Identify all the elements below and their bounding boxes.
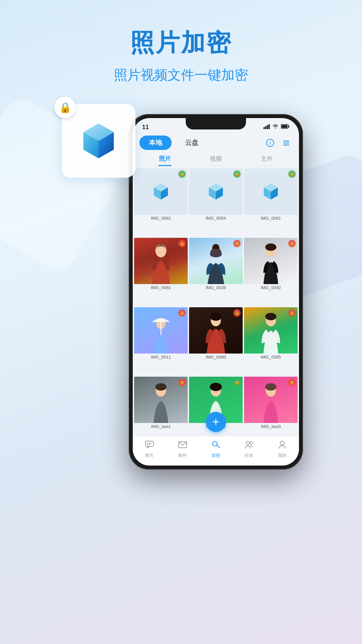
svg-point-35 xyxy=(155,383,166,390)
floating-card: 🔒 xyxy=(62,104,135,178)
key-icon xyxy=(211,440,221,451)
lock-badge: 🔒 xyxy=(54,97,76,118)
mail-icon xyxy=(178,440,187,451)
svg-point-31 xyxy=(210,312,222,321)
lock-overlay-7: 🔓 xyxy=(178,309,186,317)
photo-item-4[interactable]: 🔓 IMG_0081 xyxy=(134,238,188,291)
lock-overlay-6: 🔓 xyxy=(288,240,296,247)
svg-rect-40 xyxy=(145,441,154,446)
info-icon-btn[interactable]: ! xyxy=(264,137,276,149)
nav-item-chat[interactable]: 聊天 xyxy=(145,440,154,459)
svg-point-48 xyxy=(280,441,284,445)
photo-label-1: IMG_0081 xyxy=(134,215,188,222)
photo-item-2[interactable]: 🔒 IMG_0054 xyxy=(189,168,243,222)
svg-rect-42 xyxy=(149,443,152,443)
svg-point-39 xyxy=(265,383,276,390)
photo-label-8: IMG_0060 xyxy=(189,354,243,361)
notch xyxy=(186,118,246,129)
photo-label-6: IMG_0092 xyxy=(244,284,298,291)
svg-point-37 xyxy=(210,383,222,391)
lock-overlay-10: 🔓 xyxy=(178,379,186,386)
svg-rect-6 xyxy=(268,124,270,129)
photo-item-5[interactable]: 🔓 IMG_0039 xyxy=(189,238,243,291)
lock-overlay-4: 🔓 xyxy=(178,240,186,247)
lock-overlay-8: 🔓 xyxy=(233,309,241,317)
sub-tab-photos[interactable]: 照片 xyxy=(152,153,178,166)
phone-screen: 11 xyxy=(133,118,299,466)
svg-rect-8 xyxy=(288,125,289,127)
phone-wrapper: 🔒 xyxy=(129,114,303,470)
svg-rect-3 xyxy=(263,127,265,129)
photo-label-5: IMG_0039 xyxy=(189,284,243,291)
cube-icon-large xyxy=(77,119,120,163)
photo-item-12[interactable]: 🔓 IMG_last3 xyxy=(244,377,298,430)
tab-icons: ! xyxy=(264,137,292,149)
lock-overlay-3: 🔒 xyxy=(288,170,296,178)
profile-icon xyxy=(278,440,287,451)
photo-label-7: IMG_0011 xyxy=(134,354,188,361)
photo-grid: 🔒 IMG_0081 🔒 IMG_0054 xyxy=(133,166,299,447)
lock-overlay-2: 🔒 xyxy=(233,170,241,178)
photo-item-10[interactable]: 🔓 IMG_last1 xyxy=(134,377,188,430)
photo-item-1[interactable]: 🔒 IMG_0081 xyxy=(134,168,188,222)
photo-item-3[interactable]: 🔒 IMG_0061 xyxy=(244,168,298,222)
sub-title: 照片视频文件一键加密 xyxy=(0,66,362,84)
nav-label-encrypt: 加密 xyxy=(212,452,220,459)
photo-item-6[interactable]: 🔓 IMG_0092 xyxy=(244,238,298,291)
lock-overlay-1: 🔒 xyxy=(178,170,186,178)
tab-local[interactable]: 本地 xyxy=(139,136,172,150)
menu-icon-btn[interactable] xyxy=(280,137,292,149)
svg-rect-14 xyxy=(283,145,289,146)
lock-overlay-12: 🔓 xyxy=(288,379,296,386)
main-title: 照片加密 xyxy=(0,27,362,59)
svg-point-46 xyxy=(246,441,249,445)
svg-rect-4 xyxy=(265,126,266,129)
svg-point-33 xyxy=(265,313,276,320)
svg-rect-12 xyxy=(283,141,289,142)
nav-item-friends[interactable]: 好友 xyxy=(244,440,254,459)
title-section: 照片加密 照片视频文件一键加密 xyxy=(0,0,362,84)
battery-icon xyxy=(281,124,290,130)
nav-item-mail[interactable]: 邮件 xyxy=(178,440,187,459)
bottom-nav: 聊天 邮件 xyxy=(133,436,299,466)
photo-label-9: IMG_0085 xyxy=(244,354,298,361)
nav-item-encrypt[interactable]: 加密 xyxy=(211,440,221,459)
signal-icon xyxy=(263,124,270,130)
status-icons xyxy=(263,124,290,130)
svg-point-27 xyxy=(265,244,276,251)
svg-text:!: ! xyxy=(269,141,271,146)
svg-point-47 xyxy=(250,442,252,444)
phone-frame: 11 xyxy=(129,114,303,470)
svg-rect-9 xyxy=(282,125,288,128)
photo-label-10: IMG_last1 xyxy=(134,423,188,430)
tabs-row: 本地 云盘 ! xyxy=(133,133,299,151)
nav-label-mine: 我的 xyxy=(278,452,287,459)
photo-label-3: IMG_0061 xyxy=(244,215,298,222)
nav-label-chat: 聊天 xyxy=(145,452,154,459)
nav-label-friends: 好友 xyxy=(245,452,253,459)
sub-tabs: 照片 视频 文件 xyxy=(133,151,299,166)
tab-cloud[interactable]: 云盘 xyxy=(176,136,208,150)
svg-rect-43 xyxy=(147,444,150,445)
status-time: 11 xyxy=(142,124,149,131)
wifi-icon xyxy=(272,124,279,130)
photo-label-4: IMG_0081 xyxy=(134,284,188,291)
chat-icon xyxy=(145,440,154,451)
lock-icon: 🔒 xyxy=(59,102,71,113)
friends-icon xyxy=(244,440,254,451)
nav-label-mail: 邮件 xyxy=(178,452,187,459)
lock-overlay-11: 🔒 xyxy=(233,379,241,386)
fab-add-button[interactable]: + xyxy=(206,412,226,432)
svg-rect-41 xyxy=(147,443,148,443)
nav-item-mine[interactable]: 我的 xyxy=(278,440,287,459)
svg-rect-13 xyxy=(283,143,289,144)
sub-tab-videos[interactable]: 视频 xyxy=(203,153,229,166)
lock-overlay-5: 🔓 xyxy=(233,240,241,247)
photo-item-9[interactable]: 🔓 IMG_0085 xyxy=(244,307,298,361)
svg-rect-5 xyxy=(267,125,268,129)
photo-item-8[interactable]: 🔓 IMG_0060 xyxy=(189,307,243,361)
lock-overlay-9: 🔓 xyxy=(288,309,296,317)
photo-item-7[interactable]: 🔓 IMG_0011 xyxy=(134,307,188,361)
photo-label-12: IMG_last3 xyxy=(244,423,298,430)
sub-tab-files[interactable]: 文件 xyxy=(254,153,280,166)
